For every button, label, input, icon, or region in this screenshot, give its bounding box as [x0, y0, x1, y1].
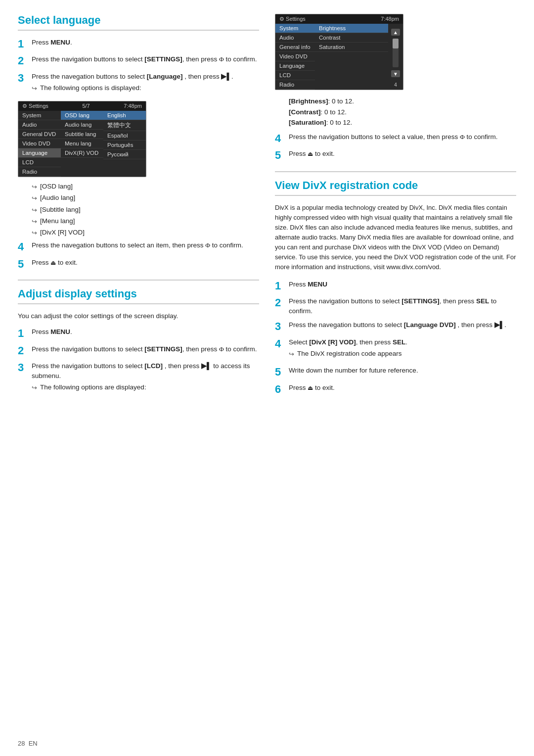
menu-col3-espanol: Español [103, 131, 146, 141]
menu-body: System Audio General DVD Video DVD Langu… [18, 111, 146, 177]
step-num-5: 5 [18, 258, 32, 271]
option-audio-lang: ↪ [Audio lang] [32, 193, 259, 203]
menu-col2-audio: Audio lang [61, 120, 103, 130]
divx-step-3: 3 Press the navegation buttons to select… [275, 320, 516, 333]
scroll-track [393, 39, 399, 67]
saturation-desc: [Saturation]: 0 to 12. [289, 117, 516, 128]
menu-col-1: System Audio General DVD Video DVD Langu… [18, 111, 61, 177]
menu-col3-portugues: Português [103, 141, 146, 150]
option-audio-lang-text: [Audio lang] [40, 193, 75, 203]
step-4: 4 Press the navegation buttons to select… [18, 240, 259, 253]
scroll-thumb [393, 39, 399, 48]
adj-step-4: 4 Press the navigation buttons to select… [275, 132, 516, 145]
step-5: 5 Press ⏏ to exit. [18, 258, 259, 271]
option-divx-vod: ↪ [DivX [R] VOD] [32, 228, 259, 237]
menu-col2-divx: DivX(R) VOD [61, 148, 103, 158]
divx-step-num-3: 3 [275, 320, 289, 333]
divx-step-4-sub: ↪ The DivX registration code appears [289, 349, 516, 359]
scroll-down-arrow[interactable]: ▼ [391, 70, 400, 77]
menu-col1-radio: Radio [18, 167, 61, 177]
step-num-2: 2 [18, 54, 32, 67]
language-menu-mockup: ⚙ Settings 5/7 7:48pm System Audio Gener… [18, 101, 146, 177]
view-divx-section: View DivX registration code DivX is a po… [275, 179, 516, 396]
step-3: 3 Press the navegation buttons to select… [18, 72, 259, 96]
menu-header: ⚙ Settings 5/7 7:48pm [18, 101, 146, 111]
view-divx-steps: 1 Press MENU 2 Press the navigation butt… [275, 280, 516, 396]
divx-step-4-text: Select [DivX [R] VOD], then press SEL. ↪… [289, 337, 516, 362]
menu-col1-system: System [18, 111, 61, 120]
adj-step-num-3: 3 [18, 361, 32, 374]
step-3-sub-text: The following options is displayed: [40, 84, 141, 93]
brightness-desc: [Brightness]: 0 to 12. [289, 96, 516, 107]
select-language-steps: 1 Press MENU. 2 Press the navigation but… [18, 38, 259, 96]
option-osd-lang-text: [OSD lang] [40, 182, 73, 191]
view-divx-title: View DivX registration code [275, 179, 516, 196]
step-num-3: 3 [18, 72, 32, 85]
step-4-text: Press the navegation buttons to select a… [32, 240, 259, 250]
dmc1-system: System [275, 24, 315, 33]
divx-step-2: 2 Press the navigation buttons to select… [275, 296, 516, 317]
dmc1-audio: Audio [275, 33, 315, 43]
select-language-steps-4-5: 4 Press the navegation buttons to select… [18, 240, 259, 271]
adj-step-1-text: Press MENU. [32, 327, 259, 337]
divx-step-2-text: Press the navigation buttons to select [… [289, 296, 516, 317]
adjust-display-steps: 1 Press MENU. 2 Press the navigation but… [18, 327, 259, 395]
arrow-icon-osd: ↪ [32, 183, 37, 191]
adj-step-num-2: 2 [18, 344, 32, 357]
divx-step-num-1: 1 [275, 280, 289, 292]
dmc2-contrast: Contrast [315, 33, 388, 43]
step-5-text: Press ⏏ to exit. [32, 258, 259, 268]
select-language-title: Select language [18, 14, 259, 31]
menu-col1-audio: Audio [18, 120, 61, 130]
divx-step-num-5: 5 [275, 366, 289, 378]
scroll-up-arrow[interactable]: ▲ [391, 29, 400, 36]
adj-step-2: 2 Press the navigation buttons to select… [18, 344, 259, 357]
menu-page: 5/7 [82, 103, 89, 109]
step-2: 2 Press the navigation buttons to select… [18, 54, 259, 67]
menu-col2-osd: OSD lang [61, 111, 103, 120]
arrow-icon-menu: ↪ [32, 217, 37, 226]
scroll-value: 4 [394, 82, 397, 88]
dmc1-lcd: LCD [275, 71, 315, 80]
divx-step-3-text: Press the navegation buttons to select [… [289, 320, 516, 330]
menu-col1-language: Language [18, 148, 61, 158]
display-menu-col1: System Audio General info Video DVD Lang… [275, 24, 315, 90]
arrow-icon-subtitle: ↪ [32, 206, 37, 215]
view-divx-body: DivX is a popular media technology creat… [275, 203, 516, 273]
menu-col1-general-dvd: General DVD [18, 130, 61, 139]
option-divx-vod-text: [DivX [R] VOD] [40, 228, 85, 237]
option-menu-lang-text: [Menu lang] [40, 217, 75, 226]
adj-step-3-sub: ↪ The following options are displayed: [32, 383, 259, 392]
adj-step-3: 3 Press the navigation buttons to select… [18, 361, 259, 396]
divx-step-num-4: 4 [275, 337, 289, 350]
adjust-display-right: ⚙ Settings 7:48pm System Audio General i… [275, 14, 516, 162]
divx-step-5-text: Write down the number for future referen… [289, 366, 516, 376]
menu-col3-russian: Русский [103, 150, 146, 159]
contrast-desc: [Contrast]: 0 to 12. [289, 107, 516, 118]
display-menu-col2: Brightness Contrast Saturation [315, 24, 388, 90]
divx-step-1-text: Press MENU [289, 280, 516, 289]
option-subtitle-lang: ↪ [Subtitle lang] [32, 205, 259, 215]
adj-step-3-text: Press the navigation buttons to select [… [32, 361, 259, 396]
divx-step-4-sub-text: The DivX registration code appears [297, 349, 402, 359]
arrow-icon-audio: ↪ [32, 194, 37, 203]
arrow-icon-divx: ↪ [32, 229, 37, 237]
value-descriptions: [Brightness]: 0 to 12. [Contrast]: 0 to … [289, 96, 516, 128]
adj-step-4-text: Press the navigation buttons to select a… [289, 132, 516, 142]
adj-step-num-5: 5 [275, 149, 289, 162]
dmc1-language: Language [275, 61, 315, 71]
menu-col2-subtitle: Subtitle lang [61, 130, 103, 139]
divx-arrow-icon: ↪ [289, 350, 294, 359]
page-number: 28 EN [18, 740, 38, 747]
adj-step-num-1: 1 [18, 327, 32, 340]
divx-step-num-2: 2 [275, 296, 289, 309]
display-menu-body: System Audio General info Video DVD Lang… [275, 24, 403, 90]
menu-col3-chinese: 繁體中文 [103, 120, 146, 131]
option-subtitle-lang-text: [Subtitle lang] [40, 205, 81, 215]
step-num-4: 4 [18, 240, 32, 253]
language-options-list: ↪ [OSD lang] ↪ [Audio lang] ↪ [Subtitle … [32, 182, 259, 237]
adj-step-num-4: 4 [275, 132, 289, 145]
adjust-display-intro: You can adjust the color settings of the… [18, 311, 259, 321]
option-menu-lang: ↪ [Menu lang] [32, 217, 259, 226]
menu-time: 7:48pm [124, 103, 142, 109]
